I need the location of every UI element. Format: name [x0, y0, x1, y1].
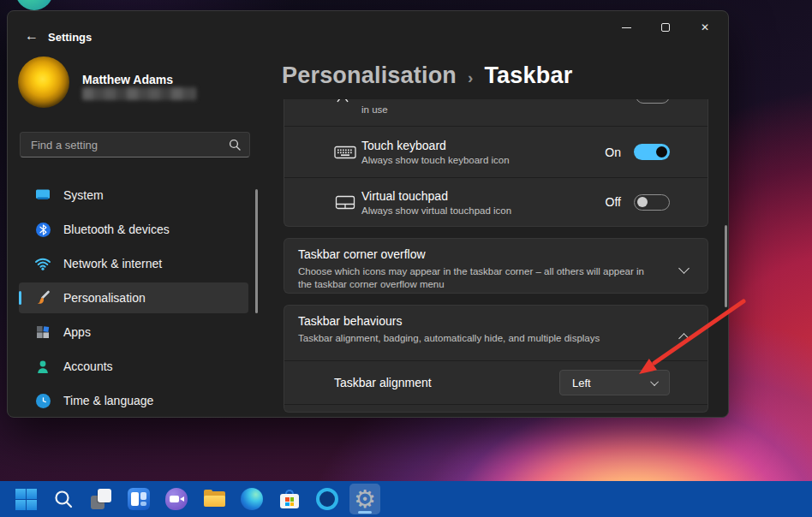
wifi-icon — [34, 256, 51, 271]
task-view-icon — [90, 488, 112, 510]
behaviours-description: Taskbar alignment, badging, automaticall… — [298, 332, 660, 345]
breadcrumb: Personalisation › Taskbar — [282, 62, 572, 89]
profile-name: Matthew Adams — [82, 73, 173, 86]
cortana-button[interactable] — [312, 484, 343, 514]
active-app-indicator — [358, 511, 372, 514]
toggle-settings-card: in use Touch keyboard Always show touch … — [284, 99, 708, 227]
chat-video-icon — [165, 488, 188, 510]
virtual-touchpad-toggle[interactable] — [634, 194, 670, 211]
search-box — [20, 132, 250, 157]
sidebar-item-apps[interactable]: Apps — [19, 317, 248, 348]
touch-keyboard-toggle[interactable] — [634, 144, 670, 160]
breadcrumb-parent[interactable]: Personalisation — [282, 62, 457, 89]
dropdown-value: Left — [572, 377, 591, 389]
sidebar-item-label: Apps — [63, 325, 91, 339]
system-icon — [34, 187, 51, 203]
sidebar-scrollbar[interactable] — [255, 189, 258, 313]
taskbar-behaviours-card: Taskbar behaviours Taskbar alignment, ba… — [284, 305, 708, 413]
sidebar-item-label: Time & language — [63, 394, 153, 407]
taskbar-alignment-dropdown[interactable]: Left — [559, 370, 670, 395]
pen-menu-subtitle: in use — [361, 104, 388, 115]
folder-icon — [203, 488, 226, 510]
sidebar-item-time-language[interactable]: Time & language — [19, 385, 248, 416]
apps-icon — [34, 324, 51, 340]
desktop-wallpaper: ← Settings ✕ Matthew Adams System — [0, 0, 812, 517]
file-explorer-button[interactable] — [199, 484, 230, 514]
maximize-button[interactable] — [646, 11, 685, 44]
sidebar-item-label: Accounts — [63, 360, 113, 373]
edge-browser-button[interactable] — [236, 484, 267, 514]
back-button[interactable]: ← — [22, 27, 41, 45]
sidebar-item-personalisation[interactable]: Personalisation — [19, 282, 248, 313]
window-title: Settings — [48, 31, 92, 44]
settings-app-button[interactable]: ⚙ — [349, 484, 380, 514]
widgets-button[interactable] — [123, 484, 154, 514]
sidebar-item-label: Bluetooth & devices — [63, 223, 170, 236]
sidebar-item-network-internet[interactable]: Network & internet — [19, 248, 248, 279]
pen-icon-partial — [336, 99, 349, 107]
taskbar-corner-overflow-card[interactable]: Taskbar corner overflow Choose which ico… — [284, 238, 708, 294]
next-row-partial — [284, 405, 708, 413]
taskbar-behaviours-header[interactable]: Taskbar behaviours Taskbar alignment, ba… — [284, 306, 708, 360]
virtual-touchpad-row[interactable]: Virtual touchpad Always show virtual tou… — [284, 177, 708, 226]
content-scrollbar[interactable] — [725, 225, 727, 307]
sidebar-nav: System Bluetooth & devices Network & int… — [19, 180, 248, 419]
task-view-button[interactable] — [86, 484, 116, 514]
chevron-down-icon — [650, 377, 659, 386]
chat-button[interactable] — [161, 484, 192, 514]
touch-keyboard-state: On — [605, 146, 621, 159]
search-icon — [229, 139, 241, 151]
widgets-icon — [128, 488, 150, 510]
taskbar-alignment-row: Taskbar alignment Left — [284, 361, 708, 404]
corner-overflow-description: Choose which icons may appear in the tas… — [298, 265, 660, 291]
touch-keyboard-text: Touch keyboard Always show touch keyboar… — [361, 139, 510, 165]
virtual-touchpad-title: Virtual touchpad — [361, 189, 511, 203]
sidebar-item-bluetooth-devices[interactable]: Bluetooth & devices — [19, 214, 248, 245]
microsoft-store-button[interactable] — [274, 484, 305, 514]
touch-keyboard-title: Touch keyboard — [361, 139, 510, 152]
virtual-touchpad-text: Virtual touchpad Always show virtual tou… — [361, 189, 511, 216]
pen-menu-row-partial[interactable]: in use — [284, 99, 708, 126]
search-input[interactable] — [21, 139, 229, 152]
cortana-ring-icon — [316, 488, 338, 510]
start-button[interactable] — [10, 484, 41, 514]
accounts-person-icon — [34, 359, 51, 374]
sidebar-item-accounts[interactable]: Accounts — [19, 351, 248, 382]
touch-keyboard-subtitle: Always show touch keyboard icon — [361, 155, 510, 165]
settings-window: ← Settings ✕ Matthew Adams System — [7, 10, 729, 418]
close-button[interactable]: ✕ — [685, 11, 725, 44]
maximize-icon — [661, 23, 670, 32]
personalisation-brush-icon — [34, 290, 51, 306]
minimize-icon — [622, 27, 631, 28]
behaviours-title: Taskbar behaviours — [298, 314, 660, 328]
chevron-up-icon[interactable] — [678, 333, 690, 344]
virtual-touchpad-icon — [334, 195, 356, 210]
toggle-knob — [637, 197, 648, 207]
windows-logo-icon — [15, 489, 37, 510]
sidebar-item-label: Personalisation — [63, 291, 146, 305]
sidebar-item-label: Network & internet — [63, 257, 162, 270]
gear-icon: ⚙ — [354, 487, 376, 512]
corner-overflow-title: Taskbar corner overflow — [298, 247, 660, 261]
os-taskbar: ⚙ — [0, 481, 812, 517]
minimize-button[interactable] — [606, 11, 646, 44]
virtual-touchpad-state: Off — [606, 195, 621, 209]
chevron-down-icon[interactable] — [678, 263, 690, 274]
taskbar-alignment-label: Taskbar alignment — [334, 376, 432, 389]
store-bag-icon — [278, 488, 301, 510]
background-peek-circle — [15, 0, 53, 10]
touch-keyboard-row[interactable]: Touch keyboard Always show touch keyboar… — [284, 126, 708, 177]
profile-email-redacted — [82, 87, 196, 100]
virtual-touchpad-subtitle: Always show virtual touchpad icon — [361, 205, 511, 216]
avatar — [18, 56, 69, 108]
toggle-knob — [656, 146, 667, 157]
close-icon: ✕ — [701, 22, 709, 33]
breadcrumb-current: Taskbar — [484, 62, 572, 89]
breadcrumb-separator-icon: › — [468, 68, 473, 87]
taskbar-search-button[interactable] — [48, 484, 79, 514]
search-icon — [53, 489, 74, 509]
pen-menu-toggle-partial[interactable] — [636, 99, 670, 104]
sidebar-item-system[interactable]: System — [19, 180, 248, 211]
edge-icon — [241, 488, 263, 510]
touch-keyboard-icon — [334, 145, 356, 160]
